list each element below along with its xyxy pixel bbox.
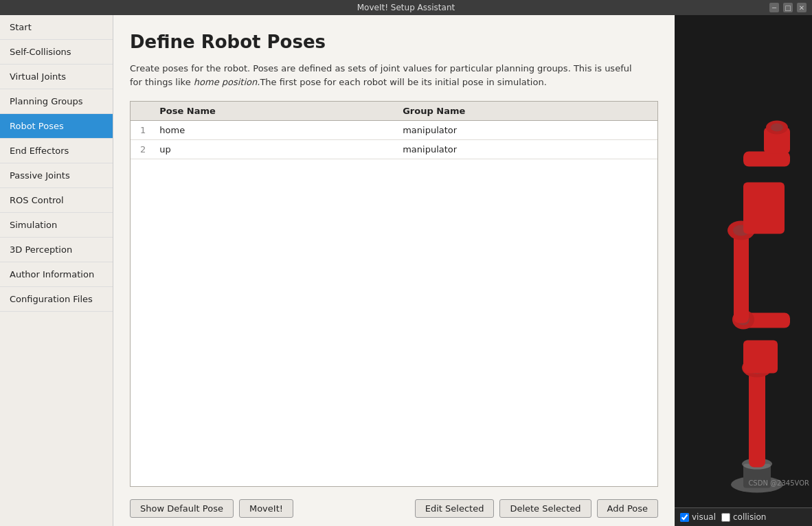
pose-name-cell: up xyxy=(150,140,393,159)
table-row[interactable]: 2 up manipulator xyxy=(131,140,657,159)
titlebar: MoveIt! Setup Assistant ─ □ ✕ xyxy=(0,0,812,15)
table-row[interactable]: 1 home manipulator xyxy=(131,121,657,140)
row-num: 1 xyxy=(131,121,150,140)
moveit-button[interactable]: MoveIt! xyxy=(239,499,293,518)
svg-point-18 xyxy=(771,124,783,132)
close-button[interactable]: ✕ xyxy=(797,3,807,12)
titlebar-title: MoveIt! Setup Assistant xyxy=(357,3,455,12)
pose-name-cell: home xyxy=(150,121,393,140)
collision-checkbox[interactable] xyxy=(721,513,730,522)
svg-rect-7 xyxy=(743,341,778,374)
svg-rect-14 xyxy=(743,183,785,234)
edit-selected-button[interactable]: Edit Selected xyxy=(415,499,495,518)
page-title: Define Robot Poses xyxy=(130,32,658,52)
group-name-cell: manipulator xyxy=(393,140,657,159)
robot-arm-svg xyxy=(675,15,812,507)
sidebar-item-start[interactable]: Start xyxy=(0,15,113,40)
collision-label: collision xyxy=(733,512,766,522)
svg-rect-15 xyxy=(743,152,790,167)
delete-selected-button[interactable]: Delete Selected xyxy=(499,499,591,518)
sidebar: Start Self-Collisions Virtual Joints Pla… xyxy=(0,15,113,526)
svg-rect-11 xyxy=(734,231,749,323)
main-content: Define Robot Poses Create poses for the … xyxy=(113,15,675,526)
viewport-controls: visual collision xyxy=(675,507,812,526)
description: Create poses for the robot. Poses are de… xyxy=(130,62,638,89)
sidebar-item-passive-joints[interactable]: Passive Joints xyxy=(0,163,113,188)
sidebar-item-ros-control[interactable]: ROS Control xyxy=(0,188,113,213)
right-buttons: Edit Selected Delete Selected Add Pose xyxy=(415,499,658,518)
show-default-pose-button[interactable]: Show Default Pose xyxy=(130,499,234,518)
bottom-bar: Show Default Pose MoveIt! Edit Selected … xyxy=(130,494,658,526)
add-pose-button[interactable]: Add Pose xyxy=(597,499,658,518)
sidebar-item-self-collisions[interactable]: Self-Collisions xyxy=(0,40,113,65)
sidebar-item-end-effectors[interactable]: End Effectors xyxy=(0,139,113,163)
col-group-name: Group Name xyxy=(393,102,657,121)
col-pose-name: Pose Name xyxy=(150,102,393,121)
window-controls[interactable]: ─ □ ✕ xyxy=(769,3,807,12)
right-panel: CSDN @2345VOR visual collision xyxy=(675,15,812,526)
sidebar-item-author-information[interactable]: Author Information xyxy=(0,262,113,287)
collision-checkbox-label[interactable]: collision xyxy=(721,512,766,522)
description-suffix: The first pose for each robot will be it… xyxy=(260,77,546,87)
sidebar-item-virtual-joints[interactable]: Virtual Joints xyxy=(0,65,113,89)
sidebar-item-robot-poses[interactable]: Robot Poses xyxy=(0,114,113,139)
poses-table: Pose Name Group Name 1 home manipulator … xyxy=(131,102,657,159)
maximize-button[interactable]: □ xyxy=(783,3,793,12)
row-num: 2 xyxy=(131,140,150,159)
robot-viewport: CSDN @2345VOR xyxy=(675,15,812,507)
minimize-button[interactable]: ─ xyxy=(769,3,779,12)
sidebar-item-configuration-files[interactable]: Configuration Files xyxy=(0,287,113,312)
sidebar-item-3d-perception[interactable]: 3D Perception xyxy=(0,238,113,262)
poses-table-container: Pose Name Group Name 1 home manipulator … xyxy=(130,101,658,487)
description-italic: home position. xyxy=(194,77,260,87)
visual-label: visual xyxy=(692,512,716,522)
sidebar-item-simulation[interactable]: Simulation xyxy=(0,213,113,238)
col-num xyxy=(131,102,150,121)
group-name-cell: manipulator xyxy=(393,121,657,140)
app-container: Start Self-Collisions Virtual Joints Pla… xyxy=(0,15,812,526)
watermark: CSDN @2345VOR xyxy=(748,479,809,487)
visual-checkbox-label[interactable]: visual xyxy=(680,512,716,522)
table-header-row: Pose Name Group Name xyxy=(131,102,657,121)
svg-rect-4 xyxy=(749,368,765,468)
sidebar-item-planning-groups[interactable]: Planning Groups xyxy=(0,89,113,114)
visual-checkbox[interactable] xyxy=(680,513,689,522)
